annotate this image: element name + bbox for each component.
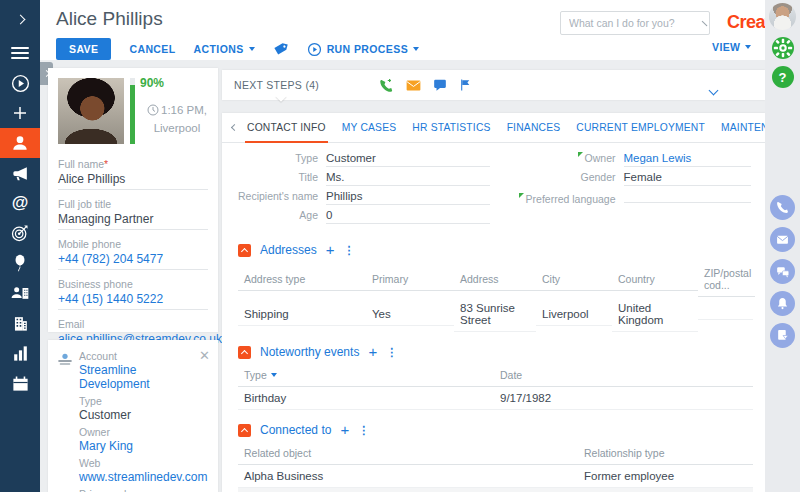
field-value[interactable] [624, 190, 752, 203]
section-title[interactable]: Noteworthy events [260, 345, 359, 359]
header-bar: Alice Phillips SAVE CANCEL ACTIONS RUN P… [40, 0, 765, 60]
column-header[interactable]: Address type [238, 270, 366, 291]
goals-icon[interactable] [0, 218, 40, 248]
field-value[interactable]: Customer [326, 152, 490, 167]
tab[interactable]: CURRENT EMPLOYMENT [568, 113, 713, 143]
section-menu-icon[interactable]: ⋮ [358, 424, 369, 437]
section-title[interactable]: Connected to [260, 423, 331, 437]
section-title[interactable]: Addresses [260, 243, 317, 257]
column-header[interactable]: Date [494, 366, 753, 387]
settings-gear-icon[interactable] [772, 37, 794, 59]
collapse-next-steps-icon[interactable] [710, 80, 717, 98]
column-header[interactable]: City [536, 270, 612, 291]
tab[interactable]: CONTACT INFO [239, 113, 334, 143]
process-icon[interactable] [0, 68, 40, 98]
help-icon[interactable]: ? [772, 66, 794, 88]
email-icon[interactable] [770, 227, 795, 252]
events-icon[interactable] [0, 248, 40, 278]
tab[interactable]: HR STATISTICS [404, 113, 498, 143]
add-call-icon[interactable] [379, 78, 394, 93]
org-structure-icon[interactable] [0, 278, 40, 308]
column-header[interactable]: Related object [238, 444, 578, 465]
contacts-icon[interactable] [0, 128, 40, 158]
tab[interactable]: FINANCES [499, 113, 569, 143]
profile-fields: Full name* Alice Phillips Full job title… [58, 158, 208, 358]
field-value[interactable]: 0 [326, 209, 490, 224]
save-button[interactable]: SAVE [56, 38, 111, 60]
next-steps-bar: NEXT STEPS (4) [222, 70, 765, 100]
field-value[interactable]: Mary King [79, 439, 209, 453]
next-steps-label[interactable]: NEXT STEPS (4) [230, 79, 331, 91]
tab[interactable]: MAINTENANCE [713, 113, 765, 143]
field-value[interactable]: Alice Phillips [58, 172, 208, 190]
field-value[interactable]: Phillips [326, 190, 490, 205]
collapse-section-icon[interactable] [238, 346, 251, 359]
view-button[interactable]: VIEW [712, 41, 751, 53]
toolbar: SAVE CANCEL ACTIONS RUN PROCESS [56, 38, 419, 60]
notifications-icon[interactable] [770, 291, 795, 316]
tabs-scroll-left-icon[interactable] [230, 125, 239, 130]
section-menu-icon[interactable]: ⋮ [343, 244, 354, 257]
account-field: Account Streamline Development [79, 350, 209, 391]
addresses-section: Addresses + ⋮ Address typePrimaryAddress… [238, 243, 753, 332]
cancel-button[interactable]: CANCEL [129, 43, 175, 55]
add-record-icon[interactable]: + [326, 244, 335, 256]
calendar-icon[interactable] [0, 368, 40, 398]
add-icon[interactable] [0, 98, 40, 128]
command-line[interactable] [560, 11, 710, 35]
field-value[interactable]: Managing Partner [58, 212, 208, 230]
tag-icon[interactable] [273, 41, 289, 57]
field-value[interactable]: www.streamlinedev.com [79, 470, 209, 484]
clock-icon [147, 104, 159, 120]
field-value[interactable]: +44 (782) 204 5477 [58, 252, 208, 270]
field-value[interactable]: Female [624, 171, 752, 186]
field-value[interactable]: Ms. [326, 171, 490, 186]
section-menu-icon[interactable]: ⋮ [386, 346, 397, 359]
detail-field: Title Ms. [238, 171, 490, 190]
tab[interactable]: MY CASES [334, 113, 405, 143]
tabs-row: CONTACT INFOMY CASESHR STATISTICSFINANCE… [222, 113, 765, 143]
connected-table-header: Related objectRelationship type [238, 444, 753, 465]
add-record-icon[interactable]: + [340, 424, 349, 436]
table-row[interactable]: Alpha BusinessFormer employee [238, 465, 753, 488]
add-task-flag-icon[interactable] [459, 78, 472, 92]
email-icon[interactable]: @ [0, 188, 40, 218]
field-value[interactable]: Streamline Development [79, 363, 209, 391]
field-value[interactable]: Customer [79, 408, 209, 422]
profile-completeness-value: 90% [140, 76, 164, 90]
column-header[interactable]: ZIP/postal cod... [698, 264, 755, 297]
column-header[interactable]: Type [238, 366, 494, 387]
campaigns-icon[interactable] [0, 158, 40, 188]
expand-nav-icon[interactable] [0, 0, 40, 38]
table-row[interactable]: ShippingYes83 Sunrise StreetLiverpoolUni… [238, 297, 753, 332]
table-row[interactable]: Alexander WilsonFriend [238, 488, 753, 492]
accounts-icon[interactable] [0, 308, 40, 338]
dashboards-icon[interactable] [0, 338, 40, 368]
add-email-icon[interactable] [406, 79, 421, 92]
calls-icon[interactable] [770, 195, 795, 220]
column-header[interactable]: Country [612, 270, 698, 291]
table-row[interactable]: Birthday9/17/1982 [238, 387, 753, 410]
field-value[interactable]: Megan Lewis [624, 152, 752, 167]
profile-field: Mobile phone* +44 (782) 204 5477 [58, 238, 208, 270]
run-process-button[interactable]: RUN PROCESS [307, 42, 419, 57]
addresses-table-header: Address typePrimaryAddressCityCountryZIP… [238, 264, 753, 297]
column-header[interactable]: Address [454, 270, 536, 291]
contact-photo[interactable] [58, 78, 124, 144]
account-field: Primary phone [79, 488, 209, 492]
collapse-section-icon[interactable] [238, 424, 251, 437]
user-avatar[interactable] [769, 3, 796, 30]
column-header[interactable]: Primary [366, 270, 454, 291]
search-input[interactable] [569, 17, 704, 29]
feed-icon[interactable] [770, 323, 795, 348]
field-value[interactable]: +44 (15) 1440 5222 [58, 292, 208, 310]
profile-completeness-bar[interactable] [130, 78, 135, 144]
actions-button[interactable]: ACTIONS [194, 43, 255, 55]
add-record-icon[interactable]: + [368, 346, 377, 358]
menu-icon[interactable] [0, 38, 40, 68]
add-chat-icon[interactable] [433, 78, 447, 92]
column-header[interactable]: Relationship type [578, 444, 753, 465]
field-label: Gender [500, 171, 616, 183]
chat-icon[interactable] [770, 259, 795, 284]
collapse-section-icon[interactable] [238, 244, 251, 257]
